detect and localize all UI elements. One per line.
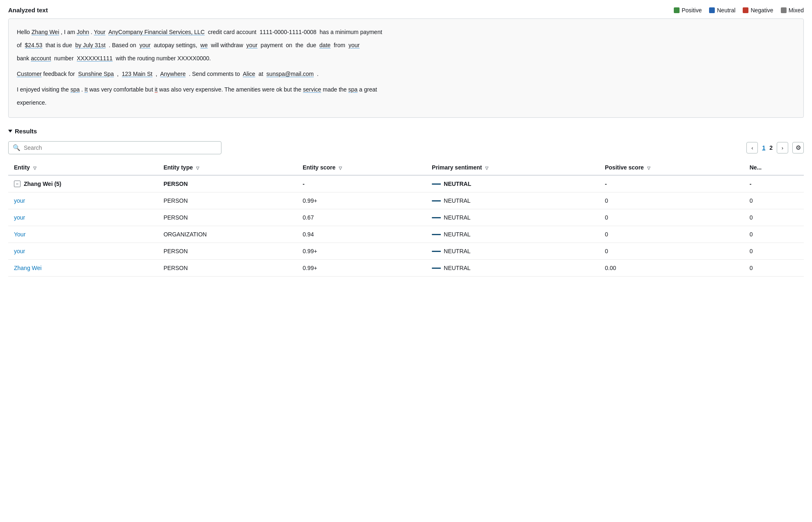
next-page-button[interactable]: › bbox=[777, 142, 788, 153]
entity-it: It bbox=[84, 86, 88, 93]
table-body: − Zhang Wei (5) PERSON - NEUTRAL - - bbox=[8, 175, 804, 277]
child-neg-4: 0 bbox=[744, 243, 804, 260]
text-line-5: I enjoyed visiting the spa . It was very… bbox=[17, 84, 795, 95]
child-pos-3: 0 bbox=[599, 226, 744, 243]
group-sentiment: NEUTRAL bbox=[426, 175, 599, 192]
entity-service: service bbox=[303, 86, 321, 93]
child-pos-1: 0 bbox=[599, 192, 744, 209]
group-entity-name: Zhang Wei (5) bbox=[24, 181, 62, 187]
sentiment-line-1 bbox=[432, 200, 441, 201]
entity-date2: date bbox=[319, 42, 331, 48]
mixed-dot bbox=[781, 7, 787, 13]
child-sentiment-4: NEUTRAL bbox=[426, 243, 599, 260]
group-positive-score: - bbox=[599, 175, 744, 192]
col-positive-score: Positive score ▽ bbox=[599, 160, 744, 175]
entity-link-your-1[interactable]: your bbox=[14, 197, 25, 204]
legend-item-negative: Negative bbox=[743, 7, 773, 14]
col-entity-type: Entity type ▽ bbox=[158, 160, 297, 175]
entity-type-sort-icon[interactable]: ▽ bbox=[196, 166, 199, 170]
sentiment-cell-1: NEUTRAL bbox=[432, 197, 593, 204]
negative-dot bbox=[743, 7, 748, 13]
entity-score-sort-icon[interactable]: ▽ bbox=[339, 166, 342, 170]
prev-page-button[interactable]: ‹ bbox=[746, 142, 758, 153]
col-negative-score: Ne... bbox=[744, 160, 804, 175]
entity-link-your-3[interactable]: Your bbox=[14, 231, 25, 238]
table-row-group: − Zhang Wei (5) PERSON - NEUTRAL - - bbox=[8, 175, 804, 192]
child-entity-4: your bbox=[8, 243, 158, 260]
entity-we: we bbox=[201, 42, 208, 48]
sentiment-text-3: NEUTRAL bbox=[444, 231, 470, 238]
child-score-1: 0.99+ bbox=[297, 192, 426, 209]
legend-item-mixed: Mixed bbox=[781, 7, 804, 14]
child-entity-3: Your bbox=[8, 226, 158, 243]
table-row-child-3: Your ORGANIZATION 0.94 NEUTRAL 0 0 bbox=[8, 226, 804, 243]
child-pos-5: 0.00 bbox=[599, 260, 744, 277]
entity-sort-icon[interactable]: ▽ bbox=[33, 166, 36, 170]
child-score-2: 0.67 bbox=[297, 209, 426, 226]
entity-account: account bbox=[31, 55, 51, 62]
entity-link-your-4[interactable]: your bbox=[14, 248, 25, 254]
positive-dot bbox=[674, 7, 680, 13]
search-box[interactable]: 🔍 bbox=[8, 141, 221, 154]
sentiment-text-4: NEUTRAL bbox=[444, 248, 470, 254]
sentiment-line-2 bbox=[432, 217, 441, 218]
text-line-4: Customer feedback for Sunshine Spa , 123… bbox=[17, 68, 795, 80]
mixed-label: Mixed bbox=[789, 7, 804, 14]
child-type-1: PERSON bbox=[158, 192, 297, 209]
settings-button[interactable]: ⚙ bbox=[792, 142, 804, 153]
sentiment-sort-icon[interactable]: ▽ bbox=[485, 166, 488, 170]
legend: Positive Neutral Negative Mixed bbox=[674, 7, 804, 14]
search-input[interactable] bbox=[24, 144, 217, 151]
legend-item-positive: Positive bbox=[674, 7, 702, 14]
child-entity-5: Zhang Wei bbox=[8, 260, 158, 277]
child-score-5: 0.99+ bbox=[297, 260, 426, 277]
page-1[interactable]: 1 bbox=[762, 144, 765, 151]
entity-alice: Alice bbox=[243, 71, 255, 77]
collapse-chevron bbox=[8, 130, 12, 133]
sentiment-cell-5: NEUTRAL bbox=[432, 265, 593, 271]
entity-your-1: Your bbox=[94, 29, 105, 35]
entity-your-2: your bbox=[139, 42, 151, 48]
results-header[interactable]: Results bbox=[8, 128, 804, 135]
positive-label: Positive bbox=[682, 7, 702, 14]
sentiment-line-5 bbox=[432, 268, 441, 269]
sentiment-line-3 bbox=[432, 234, 441, 235]
header-row: Entity ▽ Entity type ▽ Entity score ▽ Pr… bbox=[8, 160, 804, 175]
text-line-6: experience. bbox=[17, 97, 795, 108]
entity-address: 123 Main St bbox=[122, 71, 153, 77]
sentiment-cell-2: NEUTRAL bbox=[432, 214, 593, 221]
entity-zhang-wei: Zhang Wei bbox=[32, 29, 59, 35]
text-line-3: bank account number XXXXXX1111 with the … bbox=[17, 53, 795, 64]
sentiment-line-4 bbox=[432, 251, 441, 252]
expand-icon[interactable]: − bbox=[14, 181, 21, 187]
child-type-4: PERSON bbox=[158, 243, 297, 260]
child-score-4: 0.99+ bbox=[297, 243, 426, 260]
child-sentiment-3: NEUTRAL bbox=[426, 226, 599, 243]
positive-score-sort-icon[interactable]: ▽ bbox=[647, 166, 650, 170]
group-entity-score: - bbox=[297, 175, 426, 192]
entity-acct-num: XXXXXX1111 bbox=[77, 55, 112, 62]
sentiment-text-2: NEUTRAL bbox=[444, 214, 470, 221]
legend-item-neutral: Neutral bbox=[709, 7, 735, 14]
child-entity-2: your bbox=[8, 209, 158, 226]
col-entity: Entity ▽ bbox=[8, 160, 158, 175]
sentiment-text-1: NEUTRAL bbox=[444, 197, 470, 204]
child-pos-2: 0 bbox=[599, 209, 744, 226]
neutral-dot bbox=[709, 7, 715, 13]
toolbar-row: 🔍 ‹ 1 2 › ⚙ bbox=[8, 141, 804, 154]
sentiment-cell-4: NEUTRAL bbox=[432, 248, 593, 254]
table-row-child-4: your PERSON 0.99+ NEUTRAL 0 0 bbox=[8, 243, 804, 260]
child-neg-3: 0 bbox=[744, 226, 804, 243]
sentiment-text: NEUTRAL bbox=[444, 181, 471, 187]
page-2[interactable]: 2 bbox=[769, 144, 773, 151]
child-sentiment-2: NEUTRAL bbox=[426, 209, 599, 226]
entity-link-your-2[interactable]: your bbox=[14, 214, 25, 221]
entity-your-4: your bbox=[349, 42, 360, 48]
child-type-2: PERSON bbox=[158, 209, 297, 226]
text-line-1: Hello Zhang Wei , I am John . Your AnyCo… bbox=[17, 26, 795, 38]
group-entity-cell: − Zhang Wei (5) bbox=[8, 175, 158, 192]
child-entity-1: your bbox=[8, 192, 158, 209]
pagination-row: ‹ 1 2 › ⚙ bbox=[746, 142, 804, 153]
entity-link-zhang-wei[interactable]: Zhang Wei bbox=[14, 265, 41, 271]
entity-spa-2: spa bbox=[348, 86, 358, 93]
